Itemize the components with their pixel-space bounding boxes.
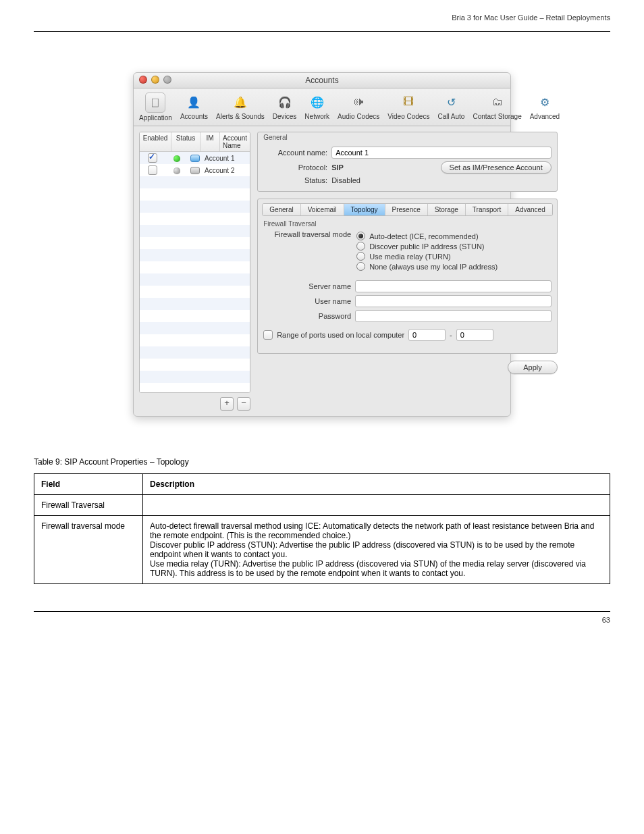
tab-general[interactable]: General — [263, 204, 301, 215]
table-row: Firewall traversal modeAuto-detect firew… — [34, 516, 610, 584]
table-row[interactable] — [140, 225, 250, 237]
general-title: General — [263, 132, 562, 144]
table-row[interactable] — [140, 310, 250, 322]
toolbar-label: Network — [304, 113, 329, 120]
status-dot-icon — [173, 167, 180, 174]
table-cell — [143, 495, 610, 516]
toolbar-label: Contact Storage — [473, 113, 521, 120]
status-dot-icon — [173, 155, 180, 162]
tab-storage[interactable]: Storage — [428, 204, 466, 215]
remove-account-button[interactable]: − — [237, 397, 250, 411]
col-im[interactable]: IM — [200, 132, 220, 151]
tab-presence[interactable]: Presence — [385, 204, 428, 215]
accounts-table: Enabled Status IM Account Name Account 1… — [139, 132, 250, 393]
toolbar-devices[interactable]: 🎧Devices — [269, 93, 301, 124]
account-name-cell: Account 2 — [202, 167, 250, 174]
window-title: Accounts — [134, 76, 510, 85]
table-row[interactable] — [140, 334, 250, 346]
firewall-mode-option[interactable]: None (always use my local IP address) — [356, 262, 552, 271]
toolbar-label: Alerts & Sounds — [216, 113, 265, 120]
toolbar-label: Devices — [273, 113, 297, 120]
port-range-label: Range of ports used on local computer — [277, 331, 404, 339]
port-range-checkbox[interactable] — [263, 330, 273, 340]
table-row[interactable] — [140, 359, 250, 371]
tab-advanced[interactable]: Advanced — [508, 204, 552, 215]
im-icon — [190, 167, 200, 174]
table-row[interactable] — [140, 273, 250, 286]
toolbar-label: Video Codecs — [387, 113, 429, 120]
radio-icon[interactable] — [356, 252, 365, 261]
toolbar-label: Advanced — [530, 113, 560, 120]
toolbar-call-auto[interactable]: ↺Call Auto — [433, 93, 468, 124]
table-row[interactable] — [140, 213, 250, 225]
port-to-field[interactable] — [456, 329, 493, 341]
table-row[interactable] — [140, 176, 250, 188]
table-row[interactable] — [140, 237, 250, 249]
radio-icon[interactable] — [356, 232, 365, 240]
port-from-field[interactable] — [408, 329, 446, 341]
password-field[interactable] — [355, 310, 552, 322]
video-codecs-icon: 🎞 — [399, 93, 418, 111]
radio-label: Discover public IP address (STUN) — [369, 242, 484, 251]
status-label: Status: — [263, 176, 331, 184]
tab-voicemail[interactable]: Voicemail — [301, 204, 344, 215]
general-group: General Account name: Protocol: SIP Set … — [257, 132, 558, 192]
radio-label: Auto-detect (ICE, recommended) — [369, 232, 478, 240]
tabbed-group: GeneralVoicemailTopologyPresenceStorageT… — [257, 199, 558, 354]
toolbar-alerts-sounds[interactable]: 🔔Alerts & Sounds — [212, 93, 269, 124]
table-row[interactable] — [140, 201, 250, 213]
table-row[interactable] — [140, 286, 250, 298]
toolbar-video-codecs[interactable]: 🎞Video Codecs — [383, 93, 433, 124]
add-account-button[interactable]: + — [220, 397, 234, 411]
radio-icon[interactable] — [356, 242, 365, 251]
toolbar-audio-codecs[interactable]: 🕪Audio Codecs — [333, 93, 383, 124]
accounts-table-header: Enabled Status IM Account Name — [140, 132, 250, 152]
tab-topology[interactable]: Topology — [344, 204, 385, 215]
enabled-checkbox[interactable] — [148, 165, 157, 175]
table-row[interactable]: Account 2 — [140, 164, 250, 176]
call-auto-icon: ↺ — [441, 93, 460, 111]
toolbar-accounts[interactable]: 👤Accounts — [176, 93, 212, 124]
toolbar-contact-storage[interactable]: 🗂Contact Storage — [468, 93, 525, 124]
tab-transport[interactable]: Transport — [466, 204, 508, 215]
table-row[interactable] — [140, 249, 250, 261]
toolbar-advanced[interactable]: ⚙Advanced — [526, 93, 564, 124]
table-row[interactable] — [140, 383, 250, 393]
radio-label: None (always use my local IP address) — [369, 263, 498, 271]
table-row[interactable] — [140, 346, 250, 359]
toolbar-application[interactable]: ⎕Application — [135, 93, 176, 124]
table-row[interactable] — [140, 371, 250, 383]
password-label: Password — [263, 312, 355, 320]
table-row[interactable]: Account 1 — [140, 152, 250, 164]
contact-storage-icon: 🗂 — [488, 93, 507, 111]
table-cell: Firewall Traversal — [34, 495, 143, 516]
table-row[interactable] — [140, 261, 250, 273]
col-enabled[interactable]: Enabled — [140, 132, 171, 151]
firewall-mode-option[interactable]: Discover public IP address (STUN) — [356, 242, 552, 251]
properties-table: FieldDescription Firewall TraversalFirew… — [34, 473, 610, 584]
account-name-cell: Account 1 — [202, 155, 250, 162]
firewall-mode-option[interactable]: Use media relay (TURN) — [356, 252, 552, 261]
col-status[interactable]: Status — [171, 132, 200, 151]
set-im-presence-button[interactable]: Set as IM/Presence Account — [441, 161, 552, 174]
protocol-value: SIP — [331, 163, 344, 172]
account-name-label: Account name: — [263, 149, 331, 157]
table-row[interactable] — [140, 298, 250, 310]
server-name-label: Server name — [263, 282, 355, 290]
enabled-checkbox[interactable] — [148, 153, 157, 163]
table-row[interactable] — [140, 188, 250, 201]
radio-icon[interactable] — [356, 262, 365, 271]
user-name-field[interactable] — [355, 295, 552, 307]
accounts-window: Accounts ⎕Application👤Accounts🔔Alerts & … — [133, 72, 511, 417]
account-name-field[interactable] — [331, 147, 552, 159]
table-row[interactable] — [140, 322, 250, 334]
header-rule — [34, 31, 610, 32]
apply-button[interactable]: Apply — [508, 361, 558, 374]
advanced-icon: ⚙ — [535, 93, 554, 111]
col-account-name[interactable]: Account Name — [220, 132, 250, 151]
server-name-field[interactable] — [355, 280, 552, 292]
toolbar-network[interactable]: 🌐Network — [300, 93, 333, 124]
doc-header: Bria 3 for Mac User Guide – Retail Deplo… — [34, 14, 610, 22]
prefs-toolbar: ⎕Application👤Accounts🔔Alerts & Sounds🎧De… — [134, 88, 510, 126]
firewall-mode-option[interactable]: Auto-detect (ICE, recommended) — [356, 232, 552, 240]
